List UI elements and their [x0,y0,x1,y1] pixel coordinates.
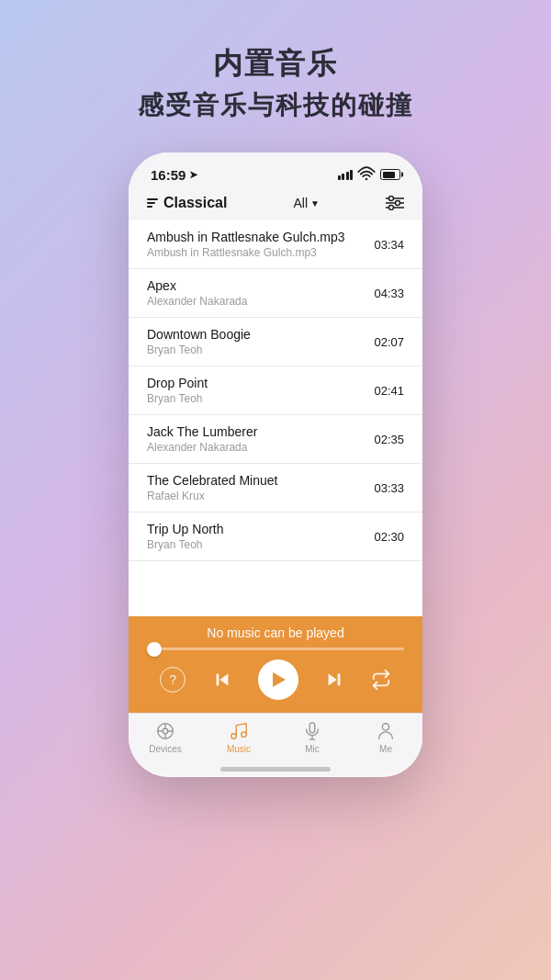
category-label: Classical [147,195,227,211]
song-title: The Celebrated Minuet [147,473,277,488]
svg-rect-10 [338,674,341,686]
tab-bar: Devices Music Mic [129,713,422,767]
svg-point-12 [163,728,168,734]
player-bar: No music can be played ? [129,616,422,713]
devices-icon [155,721,175,741]
status-bar: 16:59 ➤ [129,152,422,189]
song-info: Drop PointBryan Teoh [147,376,208,405]
battery-icon [380,169,400,180]
skip-forward-button[interactable] [324,670,344,690]
song-title: Downtown Boogie [147,327,251,342]
skip-forward-icon [324,670,344,690]
song-item[interactable]: Downtown BoogieBryan Teoh02:07 [129,318,422,366]
status-time: 16:59 ➤ [151,167,197,183]
song-title: Trip Up North [147,522,224,536]
progress-track [147,648,404,650]
signal-icon [338,170,354,180]
tab-mic-label: Mic [305,744,320,754]
tab-music[interactable]: Music [214,721,264,754]
song-list: Ambush in Rattlesnake Gulch.mp3Ambush in… [129,220,422,616]
song-item[interactable]: The Celebrated MinuetRafael Krux03:33 [129,464,422,513]
app-header-text: 内置音乐 感受音乐与科技的碰撞 [138,44,413,123]
svg-point-0 [365,178,368,181]
progress-thumb[interactable] [147,642,162,657]
song-item[interactable]: Trip Up NorthBryan Teoh02:30 [129,513,422,561]
song-info: The Celebrated MinuetRafael Krux [147,473,277,502]
song-item[interactable]: ApexAlexander Nakarada04:33 [129,269,422,318]
category-list-icon [147,198,158,208]
tab-devices-label: Devices [149,744,182,754]
player-controls: ? [147,659,404,700]
header-line1: 内置音乐 [138,44,413,84]
song-artist: Ambush in Rattlesnake Gulch.mp3 [147,246,345,259]
location-icon: ➤ [189,169,197,181]
svg-point-22 [382,724,388,730]
repeat-button[interactable] [371,670,391,690]
svg-point-4 [395,201,399,206]
mic-icon [302,721,322,741]
equalizer-icon [386,196,404,210]
song-item[interactable]: Drop PointBryan Teoh02:41 [129,366,422,415]
song-item[interactable]: Jack The LumbererAlexander Nakarada02:35 [129,415,422,464]
song-duration: 03:34 [374,238,404,252]
svg-point-17 [231,734,237,739]
song-artist: Bryan Teoh [147,392,208,405]
tab-me[interactable]: Me [361,721,411,754]
category-name: Classical [163,195,227,211]
svg-marker-9 [329,674,337,686]
wifi-icon [357,165,376,184]
skip-back-icon [212,670,232,690]
song-title: Ambush in Rattlesnake Gulch.mp3 [147,230,345,244]
song-artist: Alexander Nakarada [147,441,257,454]
song-item[interactable]: Ambush in Rattlesnake Gulch.mp3Ambush in… [129,220,422,269]
phone-frame: 16:59 ➤ [129,152,422,777]
home-indicator [220,767,331,772]
song-title: Apex [147,278,247,293]
song-info: Downtown BoogieBryan Teoh [147,327,251,356]
song-title: Jack The Lumberer [147,424,257,439]
song-info: Jack The LumbererAlexander Nakarada [147,424,257,454]
song-duration: 03:33 [374,481,404,495]
song-title: Drop Point [147,376,208,390]
svg-rect-19 [309,723,315,733]
song-artist: Bryan Teoh [147,344,251,356]
song-artist: Alexander Nakarada [147,295,247,308]
status-icons [338,165,401,184]
repeat-icon [371,670,391,690]
me-icon [376,721,396,741]
song-artist: Rafael Krux [147,490,277,502]
tab-music-label: Music [227,744,251,754]
song-duration: 02:07 [374,335,404,349]
song-info: Ambush in Rattlesnake Gulch.mp3Ambush in… [147,230,345,259]
song-duration: 02:41 [374,384,404,398]
song-duration: 04:33 [374,287,404,300]
settings-button[interactable] [386,196,404,210]
progress-bar[interactable] [147,648,404,650]
song-info: Trip Up NorthBryan Teoh [147,522,224,551]
filter-button[interactable]: All ▼ [293,196,319,210]
song-artist: Bryan Teoh [147,538,224,551]
filter-arrow-icon: ▼ [310,198,320,208]
song-info: ApexAlexander Nakarada [147,278,247,308]
play-button[interactable] [258,659,298,700]
svg-marker-7 [219,674,228,686]
header-line2: 感受音乐与科技的碰撞 [138,88,413,123]
help-button[interactable]: ? [160,667,186,693]
svg-point-2 [388,197,393,201]
song-duration: 02:30 [374,530,404,544]
svg-point-6 [388,206,393,210]
no-music-text: No music can be played [147,625,404,640]
tab-mic[interactable]: Mic [287,721,338,754]
svg-point-18 [242,732,247,738]
app-category-header: Classical All ▼ [129,189,422,220]
skip-back-button[interactable] [212,670,232,690]
song-duration: 02:35 [374,433,404,446]
tab-devices[interactable]: Devices [141,721,191,754]
svg-rect-8 [216,674,219,686]
play-icon [273,672,286,687]
tab-me-label: Me [379,744,392,754]
music-icon [229,721,249,741]
